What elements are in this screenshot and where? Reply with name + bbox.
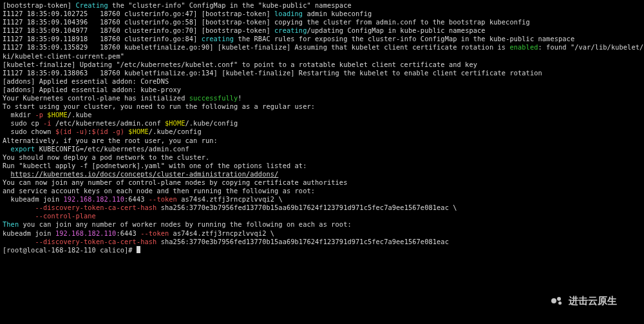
terminal-line: https://kubernetes.io/docs/concepts/clus… [3, 170, 641, 178]
terminal-text: successfully [189, 94, 238, 102]
terminal-text: [addons] Applied essential addon: kube-p… [3, 86, 181, 93]
terminal-text: as74s4.ztfj3rncpzlvvqi2 \ [177, 195, 283, 203]
terminal-line: [addons] Applied essential addon: CoreDN… [3, 77, 641, 86]
cursor [137, 246, 140, 253]
terminal-text [3, 170, 11, 178]
terminal-text: --discovery-token-ca-cert-hash [35, 204, 156, 211]
terminal-text: $(id -g) [92, 128, 124, 135]
terminal-text: You should now deploy a pod network to t… [3, 153, 209, 161]
terminal-text: sha256:3770e3b7956fed13770b15aa69b17624f… [156, 204, 457, 211]
terminal-text: 192.168.182.110 [64, 195, 125, 203]
terminal-text: sudo cp [3, 119, 43, 127]
terminal-line: I1127 18:35:09.104977 18760 clusterinfo.… [3, 26, 641, 35]
terminal-line: I1127 18:35:09.104396 18760 clusterinfo.… [3, 18, 641, 26]
terminal-text: I1127 18:35:09.135829 18760 kubeletfinal… [3, 43, 509, 51]
terminal-text: mkdir [3, 111, 35, 119]
terminal-text [3, 204, 35, 211]
terminal-text: I1127 18:35:09.104977 18760 clusterinfo.… [3, 26, 274, 34]
terminal-text: ! [238, 94, 242, 102]
terminal-text: Your Kubernetes control-plane has initia… [3, 94, 189, 102]
terminal-text: the "cluster-info" ConfigMap in the "kub… [108, 1, 352, 9]
terminal-text: https://kubernetes.io/docs/concepts/clus… [11, 170, 279, 178]
terminal-text: admin kubeconfig [303, 10, 372, 17]
terminal-text: the RBAC rules for exposing the cluster-… [234, 35, 574, 43]
terminal-text: sudo chown [3, 128, 55, 135]
terminal-text: /updating ConfigMap in kube-public names… [307, 26, 485, 34]
prompt-user-host: [root@local-168-182-110 calico]# [3, 246, 137, 254]
terminal-text: [addons] Applied essential addon: CoreDN… [3, 77, 169, 85]
terminal-text: kubeadm join [3, 195, 64, 203]
terminal-line: kubeadm join 192.168.182.110:6443 --toke… [3, 195, 641, 204]
terminal-text: /etc/kubernetes/admin.conf [52, 119, 165, 127]
terminal-text [3, 212, 35, 220]
terminal-text: /.kube/config [185, 119, 238, 127]
terminal-text: sha256:3770e3b7956fed13770b15aa69b17624f… [156, 238, 449, 245]
terminal-text: [kubelet-finalize] Updating "/etc/kubern… [3, 61, 477, 68]
terminal-line: To start using your cluster, you need to… [3, 102, 641, 111]
terminal-text: loading [274, 10, 303, 17]
terminal-line: --discovery-token-ca-cert-hash sha256:37… [3, 238, 641, 246]
terminal-text: --control-plane [35, 212, 96, 220]
terminal-text: To start using your cluster, you need to… [3, 102, 315, 110]
terminal-output[interactable]: [bootstrap-token] Creating the "cluster-… [0, 0, 644, 256]
terminal-line: [kubelet-finalize] Updating "/etc/kubern… [3, 61, 641, 69]
terminal-text: :6443 [116, 229, 140, 237]
terminal-text: --discovery-token-ca-cert-hash [35, 238, 156, 245]
terminal-text: --token [149, 195, 177, 203]
terminal-text: creating [274, 26, 307, 34]
terminal-line: [addons] Applied essential addon: kube-p… [3, 86, 641, 94]
terminal-text: I1127 18:35:09.104396 18760 clusterinfo.… [3, 18, 530, 26]
terminal-line: Your Kubernetes control-plane has initia… [3, 94, 641, 102]
terminal-text: -p [35, 111, 43, 119]
terminal-text: Alternatively, if you are the root user,… [3, 137, 218, 144]
terminal-text: :6443 [124, 195, 149, 203]
terminal-text: ki/kubelet-client-current.pem" [3, 52, 124, 60]
terminal-line: I1127 18:35:09.138063 18760 kubeletfinal… [3, 69, 641, 77]
terminal-text: $HOME [47, 111, 68, 119]
terminal-text: /.kube [68, 111, 92, 119]
terminal-text: --token [140, 229, 169, 237]
terminal-text: [bootstrap-token] [3, 1, 75, 9]
terminal-text: creating [202, 35, 234, 43]
terminal-line: Then you can join any number of worker n… [3, 220, 641, 229]
terminal-line: sudo cp -i /etc/kubernetes/admin.conf $H… [3, 119, 641, 128]
terminal-text: 192.168.182.110 [55, 229, 117, 237]
terminal-text: Then [3, 220, 19, 228]
watermark-text: 进击云原生 [569, 295, 617, 307]
terminal-text: I1127 18:35:09.138063 18760 kubeletfinal… [3, 69, 542, 77]
terminal-text: I1127 18:35:09.118918 18760 clusterinfo.… [3, 35, 202, 43]
terminal-text: you can join any number of worker nodes … [19, 220, 352, 228]
terminal-line: kubeadm join 192.168.182.110:6443 --toke… [3, 229, 641, 238]
terminal-text [3, 145, 11, 153]
terminal-line: You should now deploy a pod network to t… [3, 153, 641, 162]
terminal-text: /.kube/config [149, 128, 202, 135]
terminal-line: I1127 18:35:09.135829 18760 kubeletfinal… [3, 43, 641, 52]
terminal-line: Run "kubectl apply -f [podnetwork].yaml"… [3, 162, 641, 170]
terminal-text: Run "kubectl apply -f [podnetwork].yaml"… [3, 162, 307, 169]
terminal-text: -i [43, 119, 52, 127]
terminal-line: --control-plane [3, 212, 641, 220]
terminal-text: KUBECONFIG=/etc/kubernetes/admin.conf [35, 145, 189, 153]
terminal-text: You can now join any number of control-p… [3, 178, 347, 186]
terminal-text: $HOME [165, 119, 185, 127]
terminal-text [3, 238, 35, 245]
terminal-text: as74s4.ztfj3rncpzlvvqi2 \ [169, 229, 274, 237]
wechat-icon [549, 294, 565, 307]
terminal-line: [bootstrap-token] Creating the "cluster-… [3, 1, 641, 10]
watermark: 进击云原生 [549, 294, 617, 307]
terminal-line: Alternatively, if you are the root user,… [3, 137, 641, 145]
terminal-text: and service account keys on each node an… [3, 187, 315, 195]
terminal-text: $(id -u) [55, 128, 88, 135]
terminal-text: I1127 18:35:09.102725 18760 clusterinfo.… [3, 10, 274, 17]
terminal-text: export [11, 145, 35, 153]
terminal-prompt[interactable]: [root@local-168-182-110 calico]# [3, 246, 641, 254]
terminal-text: Creating [75, 1, 108, 9]
terminal-text: $HOME [128, 128, 149, 135]
terminal-line: --discovery-token-ca-cert-hash sha256:37… [3, 204, 641, 212]
terminal-line: ki/kubelet-client-current.pem" [3, 52, 641, 61]
terminal-line: I1127 18:35:09.102725 18760 clusterinfo.… [3, 10, 641, 18]
terminal-line: export KUBECONFIG=/etc/kubernetes/admin.… [3, 145, 641, 153]
terminal-line: and service account keys on each node an… [3, 187, 641, 195]
terminal-line: sudo chown $(id -u):$(id -g) $HOME/.kube… [3, 128, 641, 136]
terminal-line: mkdir -p $HOME/.kube [3, 111, 641, 119]
